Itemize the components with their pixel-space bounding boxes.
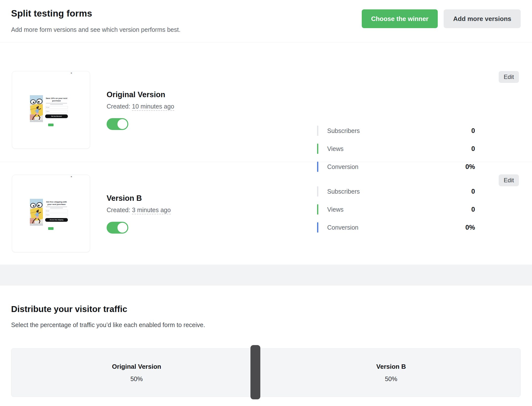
- version-name: Version B: [107, 194, 171, 203]
- created-ago-link[interactable]: 10 minutes ago: [132, 103, 174, 111]
- mini-form-heading: Save 10% on your next purchase: [45, 97, 68, 102]
- created-label: Created:: [107, 206, 130, 213]
- mini-form: Get free shipping with your next purchas…: [43, 199, 69, 226]
- stat-value: 0: [471, 188, 475, 195]
- created-line: Created: 3 minutes ago: [107, 206, 171, 214]
- traffic-split-panel: Original Version 50% Version B 50%: [11, 348, 521, 397]
- subscribers-bar: [317, 186, 318, 197]
- mini-form: Save 10% on your next purchase Email Nam…: [43, 95, 69, 122]
- traffic-split-drag-handle[interactable]: [250, 345, 260, 399]
- toggle-knob: [117, 223, 127, 233]
- mini-name-field: Name: [45, 110, 68, 113]
- toggle-knob: [117, 119, 127, 129]
- mini-form-heading: Get free shipping with your next purchas…: [45, 201, 68, 206]
- split-left-percent: 50%: [130, 375, 143, 383]
- distribute-traffic-section: Distribute your visitor traffic Select t…: [0, 285, 532, 406]
- mini-popup-preview: Get free shipping with your next purchas…: [30, 199, 69, 226]
- stat-views: Views 0: [317, 204, 475, 215]
- traffic-split-right: Version B 50%: [262, 349, 520, 397]
- mini-email-field: Email: [45, 210, 68, 212]
- mailerlite-badge: [48, 227, 54, 230]
- stat-label: Subscribers: [327, 127, 471, 134]
- version-enabled-toggle[interactable]: [107, 222, 128, 234]
- subscribers-bar: [317, 126, 318, 136]
- mailerlite-badge: [48, 124, 54, 126]
- stat-value: 0%: [465, 224, 475, 231]
- form-preview-thumbnail[interactable]: Get free shipping with your next purchas…: [12, 175, 90, 252]
- stat-label: Views: [327, 145, 471, 152]
- mini-form-subtext: [46, 206, 67, 208]
- mini-email-field: Email: [45, 106, 68, 109]
- graffiti-photo: [30, 95, 43, 122]
- add-more-versions-button[interactable]: Add more versions: [444, 9, 521, 28]
- form-preview-thumbnail[interactable]: Save 10% on your next purchase Email Nam…: [12, 71, 90, 149]
- version-stats: Subscribers 0 Views 0 Conversion 0%: [317, 186, 475, 233]
- conversion-bar: [317, 222, 318, 233]
- version-name: Original Version: [107, 90, 174, 99]
- version-enabled-toggle[interactable]: [107, 118, 128, 130]
- header-actions: Choose the winner Add more versions: [362, 9, 521, 28]
- stat-value: 0: [471, 206, 475, 213]
- traffic-split-left: Original Version 50%: [11, 349, 262, 397]
- created-label: Created:: [107, 103, 130, 110]
- stat-label: Views: [327, 206, 471, 213]
- mini-popup-preview: Save 10% on your next purchase Email Nam…: [30, 95, 69, 122]
- split-right-percent: 50%: [385, 375, 397, 383]
- stat-value: 0: [471, 145, 475, 153]
- close-icon: ×: [71, 175, 72, 178]
- section-divider-band: [0, 265, 532, 285]
- mini-name-field: Name: [45, 214, 68, 216]
- views-bar: [317, 204, 318, 215]
- page-header: Split testing forms Add more form versio…: [0, 0, 532, 42]
- views-bar: [317, 144, 318, 154]
- distribute-subtitle: Select the percentage of traffic you’d l…: [11, 321, 205, 329]
- version-info: Original Version Created: 10 minutes ago: [107, 90, 174, 130]
- stat-views: Views 0: [317, 144, 475, 154]
- version-row-b: Get free shipping with your next purchas…: [0, 162, 532, 265]
- split-right-name: Version B: [376, 363, 406, 370]
- split-left-name: Original Version: [112, 363, 161, 370]
- created-line: Created: 10 minutes ago: [107, 103, 174, 110]
- mini-submit-button: Get my discount: [45, 114, 68, 118]
- mini-form-subtext: [46, 103, 67, 105]
- choose-winner-button[interactable]: Choose the winner: [362, 9, 438, 28]
- distribute-title: Distribute your visitor traffic: [11, 304, 127, 314]
- stat-subscribers: Subscribers 0: [317, 126, 475, 136]
- version-row-original: Save 10% on your next purchase Email Nam…: [0, 42, 532, 162]
- mini-submit-button: Access free shipping: [45, 218, 68, 222]
- stat-label: Subscribers: [327, 188, 471, 195]
- edit-button[interactable]: Edit: [499, 71, 519, 83]
- stat-value: 0: [471, 127, 475, 135]
- edit-button[interactable]: Edit: [499, 174, 519, 186]
- graffiti-photo: [30, 199, 43, 226]
- close-icon: ×: [71, 72, 72, 74]
- stat-subscribers: Subscribers 0: [317, 186, 475, 197]
- stat-label: Conversion: [327, 224, 465, 231]
- version-info: Version B Created: 3 minutes ago: [107, 194, 171, 234]
- created-ago-link[interactable]: 3 minutes ago: [132, 206, 171, 214]
- stat-conversion: Conversion 0%: [317, 222, 475, 233]
